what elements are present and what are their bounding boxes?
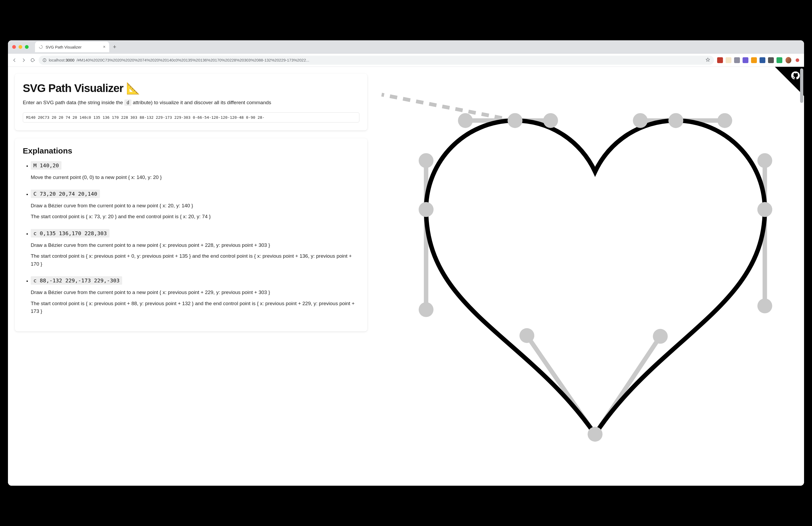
svg-path[interactable] — [426, 120, 765, 434]
control-point[interactable] — [419, 153, 434, 168]
command-description: Draw a Bézier curve from the current poi… — [31, 202, 359, 210]
url-host: localhost:3000 — [49, 58, 74, 62]
extension-ext-green-icon[interactable] — [777, 57, 782, 63]
explanations-list: M 140,20Move the current point (0, 0) to… — [23, 161, 359, 315]
info-icon — [42, 58, 47, 62]
explanation-item: c 88,-132 229,-173 229,-303Draw a Bézier… — [31, 276, 359, 315]
extension-ext-blue-id-icon[interactable] — [759, 57, 765, 63]
command-description: Move the current point (0, 0) to a new p… — [31, 173, 359, 181]
svg-point-3 — [796, 58, 799, 62]
command-code: c 88,-132 229,-173 229,-303 — [31, 276, 122, 285]
titlebar: SVG Path Visualizer × + — [8, 40, 804, 54]
favicon-icon — [39, 45, 43, 49]
visualizer-panel — [374, 67, 804, 486]
left-panel: SVG Path Visualizer 📐 Enter an SVG path … — [8, 67, 374, 486]
forward-button[interactable] — [21, 57, 27, 63]
anchor-point[interactable] — [508, 113, 522, 128]
anchor-point[interactable] — [588, 427, 603, 442]
extension-ext-purple-2-icon[interactable] — [742, 57, 749, 63]
explanation-item: C 73,20 20,74 20,140Draw a Bézier curve … — [31, 189, 359, 221]
svg-point-2 — [44, 59, 45, 59]
path-visualization[interactable] — [374, 67, 804, 486]
command-description: The start control point is { x: 73, y: 2… — [31, 213, 359, 220]
command-description: The start control point is { x: previous… — [31, 300, 359, 315]
command-description: Draw a Bézier curve from the current poi… — [31, 288, 359, 296]
command-description: The start control point is { x: previous… — [31, 252, 359, 268]
control-point[interactable] — [419, 302, 434, 317]
origin-guide-line — [382, 95, 515, 120]
command-description: Draw a Bézier curve from the current poi… — [31, 241, 359, 249]
control-point[interactable] — [757, 299, 772, 313]
bookmark-star-icon[interactable] — [706, 57, 710, 63]
extension-ext-beige-icon[interactable] — [726, 57, 731, 63]
extension-ublock-icon[interactable] — [717, 57, 723, 63]
extension-ext-orange-icon[interactable] — [751, 57, 757, 63]
explanations-title: Explanations — [23, 146, 359, 155]
control-point[interactable] — [633, 113, 648, 128]
anchor-point[interactable] — [419, 202, 434, 217]
control-point[interactable] — [458, 113, 473, 128]
extension-ext-purple-1-icon[interactable] — [734, 57, 740, 63]
explanation-item: c 0,135 136,170 228,303Draw a Bézier cur… — [31, 229, 359, 268]
browser-toolbar: localhost:3000 /#M140%2020C73%2020%2020%… — [8, 54, 804, 67]
url-path: /#M140%2020C73%2020%2020%2074%2020%20140… — [76, 58, 309, 62]
explanation-item: M 140,20Move the current point (0, 0) to… — [31, 161, 359, 181]
close-tab-button[interactable]: × — [103, 44, 105, 49]
control-point[interactable] — [543, 113, 558, 128]
page-content: SVG Path Visualizer 📐 Enter an SVG path … — [8, 67, 804, 486]
maximize-window-button[interactable] — [25, 45, 29, 49]
control-point[interactable] — [653, 329, 668, 344]
browser-window: SVG Path Visualizer × + localhost:3000 /… — [8, 40, 804, 486]
explanations-card: Explanations M 140,20Move the current po… — [15, 138, 367, 332]
command-code: C 73,20 20,74 20,140 — [31, 189, 100, 198]
anchor-point[interactable] — [668, 113, 683, 128]
github-icon[interactable] — [791, 71, 800, 81]
extension-ext-grey-icon[interactable] — [768, 57, 774, 63]
avatar-icon[interactable] — [785, 57, 791, 63]
control-point[interactable] — [519, 328, 534, 343]
extension-icons — [717, 57, 782, 63]
attr-code: d — [124, 99, 131, 106]
command-code: c 0,135 136,170 228,303 — [31, 229, 110, 238]
page-title: SVG Path Visualizer 📐 — [23, 82, 359, 95]
new-tab-button[interactable]: + — [113, 43, 116, 51]
more-menu-button[interactable] — [795, 57, 800, 63]
reload-button[interactable] — [30, 57, 35, 63]
control-point[interactable] — [717, 113, 732, 128]
command-code: M 140,20 — [31, 161, 61, 170]
control-point[interactable] — [757, 153, 772, 168]
traffic-lights — [12, 45, 29, 49]
address-bar[interactable]: localhost:3000 /#M140%2020C73%2020%2020%… — [39, 56, 714, 65]
close-window-button[interactable] — [12, 45, 16, 49]
header-card: SVG Path Visualizer 📐 Enter an SVG path … — [15, 74, 367, 130]
back-button[interactable] — [12, 57, 17, 63]
tab-title: SVG Path Visualizer — [46, 45, 82, 49]
intro-text: Enter an SVG path data (the string insid… — [23, 99, 359, 106]
anchor-point[interactable] — [757, 202, 772, 217]
minimize-window-button[interactable] — [18, 45, 22, 49]
scrollbar-thumb[interactable] — [800, 68, 803, 103]
browser-tab[interactable]: SVG Path Visualizer × — [35, 42, 109, 52]
path-input[interactable] — [23, 112, 359, 123]
